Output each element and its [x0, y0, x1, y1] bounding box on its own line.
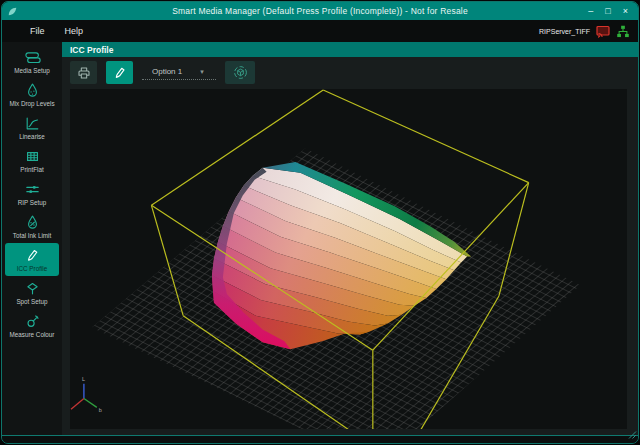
rip-setup-icon [24, 181, 41, 198]
printflat-icon [24, 148, 41, 165]
rip-server-label: RIPServer_TIFF [539, 28, 590, 35]
spot-setup-icon [24, 280, 41, 297]
chevron-down-icon: ▾ [200, 68, 204, 75]
sidebar-item-printflat[interactable]: PrintFlat [5, 144, 59, 177]
sidebar-item-icc-profile[interactable]: ICC Profile [5, 243, 59, 276]
sidebar-item-label: ICC Profile [17, 265, 47, 272]
app-window: Smart Media Manager (Default Press Profi… [1, 1, 639, 444]
maximize-button[interactable]: □ [605, 7, 610, 16]
sidebar-item-label: RIP Setup [18, 199, 47, 206]
orbit-cube-icon [232, 64, 249, 81]
page-title: ICC Profile [62, 42, 638, 57]
menu-help[interactable]: Help [55, 26, 94, 36]
close-button[interactable]: × [623, 7, 628, 16]
menu-bar: File Help RIPServer_TIFF [2, 20, 638, 42]
sidebar-item-label: Spot Setup [16, 298, 47, 305]
minimize-button[interactable]: – [588, 7, 593, 16]
screen-cast-status-icon[interactable] [596, 25, 610, 38]
edit-profile-button[interactable] [106, 61, 133, 84]
total-ink-limit-icon [24, 214, 41, 231]
sidebar-item-label: Media Setup [14, 67, 49, 74]
gamut-3d-viewport[interactable]: Lab [70, 89, 627, 429]
svg-text:b: b [99, 407, 102, 413]
gamut-3d-scene: Lab [70, 89, 627, 429]
pen-icon [112, 65, 128, 81]
sidebar-item-label: Total Ink Limit [13, 232, 52, 239]
sidebar-item-label: PrintFlat [20, 166, 43, 173]
resize-grip[interactable] [628, 425, 637, 443]
sidebar-item-measure-colour[interactable]: Measure Colour [5, 309, 59, 342]
window-title: Smart Media Manager (Default Press Profi… [2, 6, 638, 16]
svg-text:L: L [82, 376, 85, 382]
title-bar: Smart Media Manager (Default Press Profi… [2, 2, 638, 20]
sidebar-item-label: Measure Colour [10, 331, 55, 338]
sidebar-item-linearise[interactable]: Linearise [5, 111, 59, 144]
sidebar-nav: Media SetupMix Drop LevelsLinearisePrint… [2, 42, 62, 435]
sidebar-item-media-setup[interactable]: Media Setup [5, 45, 59, 78]
measure-colour-icon [24, 313, 41, 330]
sidebar-item-total-ink-limit[interactable]: Total Ink Limit [5, 210, 59, 243]
sidebar-item-spot-setup[interactable]: Spot Setup [5, 276, 59, 309]
menu-file[interactable]: File [20, 26, 55, 36]
network-status-icon[interactable] [616, 25, 630, 38]
icc-toolbar: Option 1 ▾ [62, 57, 638, 88]
status-strip [2, 435, 638, 443]
sidebar-item-rip-setup[interactable]: RIP Setup [5, 177, 59, 210]
sidebar-item-label: Linearise [19, 133, 45, 140]
media-setup-icon [24, 49, 41, 66]
gamut-3d-view-button[interactable] [225, 61, 255, 84]
icc-profile-icon [24, 247, 41, 264]
linearise-icon [24, 115, 41, 132]
profile-option-value: Option 1 [152, 67, 182, 76]
mix-drop-levels-icon [24, 82, 41, 99]
sidebar-item-mix-drop-levels[interactable]: Mix Drop Levels [5, 78, 59, 111]
sidebar-item-label: Mix Drop Levels [9, 100, 54, 107]
printer-icon [76, 65, 92, 81]
profile-option-select[interactable]: Option 1 ▾ [142, 65, 216, 80]
print-button[interactable] [70, 61, 97, 84]
